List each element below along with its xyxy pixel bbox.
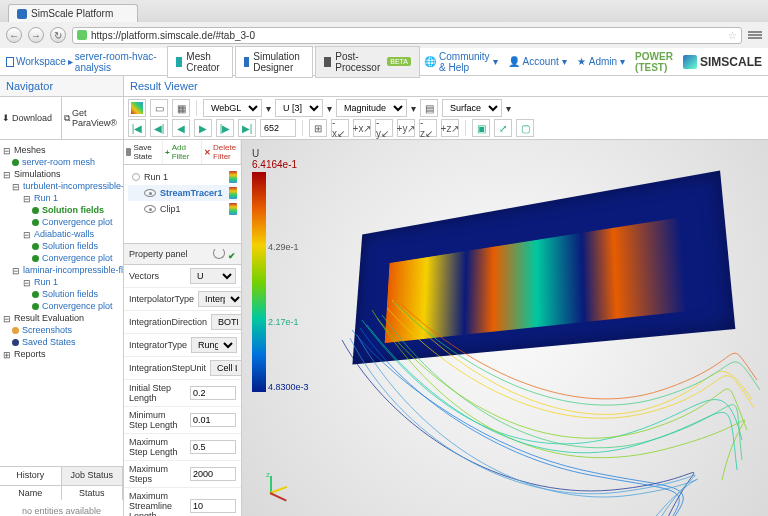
tree-convergence-a[interactable]: Convergence plot — [2, 216, 121, 228]
forward-button[interactable]: → — [28, 27, 44, 43]
view-xy-button[interactable]: ⊞ — [309, 119, 327, 137]
prop-input[interactable] — [190, 467, 236, 481]
step-fwd-button[interactable]: |▶ — [216, 119, 234, 137]
field-select[interactable]: U [3] — [275, 99, 323, 117]
tree-reports[interactable]: ⊞Reports — [2, 348, 121, 360]
component-select[interactable]: Magnitude — [336, 99, 407, 117]
refresh-icon[interactable] — [213, 247, 225, 259]
visibility-icon[interactable] — [144, 205, 156, 213]
tree-simulations[interactable]: ⊟Simulations — [2, 168, 121, 180]
tree-screenshots[interactable]: Screenshots — [2, 324, 121, 336]
prop-input[interactable]: Runge — [191, 337, 237, 353]
prop-label: Initial Step Length — [129, 383, 186, 403]
tree-meshes[interactable]: ⊟Meshes — [2, 144, 121, 156]
play-button[interactable]: ▶ — [194, 119, 212, 137]
screenshot-button[interactable]: ▣ — [472, 119, 490, 137]
tree-server-room-mesh[interactable]: server-room mesh — [2, 156, 121, 168]
prop-input[interactable] — [190, 413, 236, 427]
tab-title: SimScale Platform — [31, 8, 113, 19]
prop-input[interactable]: U — [190, 268, 236, 284]
property-panel-header: Property panel ✔ — [124, 243, 241, 265]
view-neg-y-button[interactable]: -y↙ — [375, 119, 393, 137]
first-frame-button[interactable]: |◀ — [128, 119, 146, 137]
renderer-select[interactable]: WebGL — [203, 99, 262, 117]
colormap-icon[interactable] — [229, 187, 237, 199]
streamlines — [242, 140, 768, 516]
colormap-icon[interactable] — [229, 203, 237, 215]
view-neg-z-button[interactable]: -z↙ — [419, 119, 437, 137]
view-pos-y-button[interactable]: +y↗ — [397, 119, 415, 137]
get-paraview-button[interactable]: ⧉Get ParaView® — [62, 97, 123, 139]
step-back-button[interactable]: ◀| — [150, 119, 168, 137]
prop-input[interactable] — [190, 386, 236, 400]
prop-label: Maximum Streamline Length — [129, 491, 186, 516]
browser-tab[interactable]: SimScale Platform — [8, 4, 138, 22]
chevron-right-icon: ▸ — [68, 56, 73, 67]
tree-saved-states[interactable]: Saved States — [2, 336, 121, 348]
url-bar[interactable]: https://platform.simscale.de/#tab_3-0 ☆ — [72, 27, 742, 44]
status-icon — [32, 243, 39, 250]
tree-result-eval[interactable]: ⊟Result Evaluation — [2, 312, 121, 324]
prop-row: Maximum Step Length — [124, 434, 241, 461]
mesh-view-icon[interactable]: ▦ — [172, 99, 190, 117]
simulation-designer-tab[interactable]: Simulation Designer — [235, 46, 314, 78]
view-pos-z-button[interactable]: +z↗ — [441, 119, 459, 137]
view-pos-x-button[interactable]: +x↗ — [353, 119, 371, 137]
mesh-creator-tab[interactable]: Mesh Creator — [167, 46, 232, 78]
star-icon[interactable]: ☆ — [728, 30, 737, 41]
tree-adiabatic[interactable]: ⊟Adiabatic-walls — [2, 228, 121, 240]
save-state-button[interactable]: Save State — [124, 140, 163, 164]
tree-laminar[interactable]: ⊟laminar-incompressible-flow — [2, 264, 121, 276]
view-neg-x-button[interactable]: -x↙ — [331, 119, 349, 137]
chevron-down-icon: ▾ — [620, 56, 625, 67]
tree-run1-a[interactable]: ⊟Run 1 — [2, 192, 121, 204]
post-processor-tab[interactable]: Post-ProcessorBETA — [315, 46, 420, 78]
community-link[interactable]: 🌐Community & Help▾ — [424, 51, 498, 73]
admin-link[interactable]: ★Admin▾ — [577, 56, 625, 67]
prop-input[interactable]: BOTH — [211, 314, 241, 330]
representation-icon[interactable]: ▤ — [420, 99, 438, 117]
tree-solution-fields-b[interactable]: Solution fields — [2, 240, 121, 252]
last-frame-button[interactable]: ▶| — [238, 119, 256, 137]
apply-icon[interactable]: ✔ — [228, 251, 236, 261]
tree-convergence-c[interactable]: Convergence plot — [2, 300, 121, 312]
render-mode-icon[interactable] — [128, 99, 146, 117]
3d-viewport[interactable]: U 6.4164e-1 4.29e-1 2.17e-1 4.8300e-3 — [242, 140, 768, 516]
fit-button[interactable]: ⤢ — [494, 119, 512, 137]
nav-tree: ⊟Meshes server-room mesh ⊟Simulations ⊟t… — [0, 140, 123, 466]
account-link[interactable]: 👤Account▾ — [508, 56, 567, 67]
star-icon: ★ — [577, 56, 586, 67]
representation-select[interactable]: Surface — [442, 99, 502, 117]
prop-input[interactable]: Interpo — [198, 291, 241, 307]
tree-solution-fields-c[interactable]: Solution fields — [2, 288, 121, 300]
tree-run1-b[interactable]: ⊟Run 1 — [2, 276, 121, 288]
prop-input[interactable] — [190, 440, 236, 454]
history-tab[interactable]: History — [0, 467, 62, 485]
tree-turbulent[interactable]: ⊟turbulent-incompressible-flow — [2, 180, 121, 192]
play-back-button[interactable]: ◀ — [172, 119, 190, 137]
colormap-icon[interactable] — [229, 171, 237, 183]
pipeline-clip[interactable]: Clip1 — [128, 201, 237, 217]
pipeline-streamtracer[interactable]: StreamTracer1 — [128, 185, 237, 201]
logo[interactable]: SIMSCALE — [683, 55, 762, 69]
select-icon[interactable]: ▭ — [150, 99, 168, 117]
breadcrumb[interactable]: Workspace ▸ server-room-hvac-analysis — [6, 51, 163, 73]
visibility-icon[interactable] — [144, 189, 156, 197]
menu-icon[interactable] — [748, 28, 762, 42]
download-button[interactable]: ⬇Download — [0, 97, 62, 139]
pipeline-run1[interactable]: Run 1 — [128, 169, 237, 185]
col-status: Status — [62, 486, 124, 500]
prop-input[interactable]: Cell Le — [210, 360, 241, 376]
prop-row: IntegrationStepUnitCell Le — [124, 357, 241, 380]
tree-convergence-b[interactable]: Convergence plot — [2, 252, 121, 264]
frame-input[interactable] — [260, 119, 296, 137]
back-button[interactable]: ← — [6, 27, 22, 43]
delete-filter-button[interactable]: Delete Filter — [202, 140, 241, 164]
box-button[interactable]: ▢ — [516, 119, 534, 137]
prop-input[interactable] — [190, 499, 236, 513]
job-status-tab[interactable]: Job Status — [62, 467, 124, 485]
tree-solution-fields-active[interactable]: Solution fields — [2, 204, 121, 216]
add-filter-button[interactable]: Add Filter — [163, 140, 202, 164]
toolbar-region: ⬇Download ⧉Get ParaView® ▭ ▦ WebGL ▾ U [… — [0, 97, 768, 140]
reload-button[interactable]: ↻ — [50, 27, 66, 43]
